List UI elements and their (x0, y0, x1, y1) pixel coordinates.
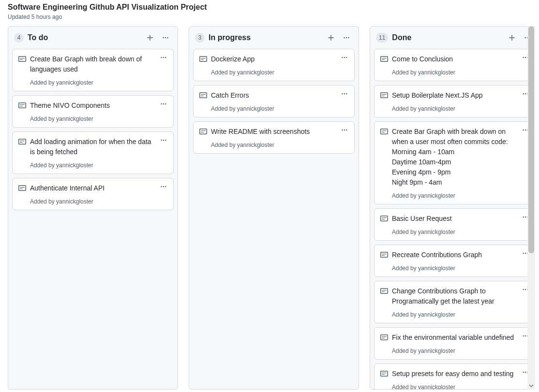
add-card-button[interactable] (506, 31, 518, 44)
column-cards: Create Bar Graph with break down of lang… (8, 49, 178, 214)
project-title: Software Engineering Github API Visualiz… (8, 3, 531, 12)
card-added-by: Added by yannickgloster (199, 105, 348, 112)
column-name: Done (392, 33, 502, 42)
column-cards: Dockerize AppAdded by yannickglosterCatc… (189, 49, 359, 158)
kebab-icon (160, 137, 167, 144)
svg-point-12 (161, 186, 162, 187)
note-icon (18, 55, 26, 63)
note-icon (18, 184, 26, 192)
note-icon (18, 102, 26, 109)
note-icon (380, 128, 388, 135)
card-added-by: Added by yannickgloster (380, 105, 529, 112)
card[interactable]: Basic User RequestAdded by yannickgloste… (374, 208, 535, 241)
column-cards: Come to ConclusionAdded by yannickgloste… (370, 49, 535, 389)
card[interactable]: Create Bar Graph with break down on when… (374, 121, 535, 204)
svg-point-52 (525, 372, 526, 373)
svg-point-22 (344, 93, 345, 94)
card[interactable]: Setup Boilerplate Next.JS AppAdded by ya… (374, 85, 535, 117)
svg-point-17 (348, 37, 349, 38)
card[interactable]: Recreate Contributions GraphAdded by yan… (374, 245, 535, 277)
card[interactable]: Fix the environmental variable undefined… (374, 327, 535, 360)
note-icon (380, 91, 388, 99)
board-column: 4To doCreate Bar Graph with break down o… (8, 26, 178, 390)
svg-point-18 (342, 57, 343, 58)
card[interactable]: Authenticate Internal APIAdded by yannic… (12, 178, 174, 210)
card-menu-button[interactable] (158, 99, 169, 109)
note-icon (380, 334, 388, 341)
card-author: yannickgloster (56, 198, 93, 205)
card-title: Setup presets for easy demo and testing (392, 369, 529, 379)
column-menu-button[interactable] (159, 31, 172, 44)
note-icon (199, 55, 207, 63)
column-header: 4To do (8, 27, 178, 49)
svg-point-11 (165, 140, 166, 141)
card[interactable]: Add loading animation for when the data … (12, 131, 174, 174)
note-icon (380, 334, 388, 341)
note-icon (199, 55, 207, 63)
note-icon (380, 91, 388, 99)
svg-point-26 (346, 130, 347, 131)
kebab-icon (160, 183, 167, 190)
card-author: yannickgloster (237, 69, 274, 76)
svg-point-34 (525, 93, 526, 94)
note-icon (18, 102, 26, 109)
card[interactable]: Theme NIVO ComponentsAdded by yannickglo… (12, 95, 174, 128)
card-author: yannickgloster (237, 142, 274, 148)
note-icon (380, 287, 388, 295)
add-card-button[interactable] (325, 31, 337, 44)
card-title: Setup Boilerplate Next.JS App (392, 90, 529, 101)
column-name: In progress (209, 33, 321, 42)
card-title: Fix the environmental variable undefined (392, 333, 529, 343)
card-menu-button[interactable] (158, 52, 169, 63)
svg-point-40 (525, 217, 526, 218)
card-author: yannickgloster (56, 79, 93, 86)
board-column: 11DoneCome to ConclusionAdded by yannick… (370, 26, 535, 390)
card-menu-button[interactable] (339, 88, 350, 99)
card[interactable]: Write README with screenshotsAdded by ya… (193, 121, 355, 154)
note-icon (199, 91, 207, 99)
column-menu-button[interactable] (340, 31, 353, 44)
card-title: Add loading animation for when the data … (30, 137, 167, 157)
card-author: yannickgloster (418, 265, 455, 272)
card-menu-button[interactable] (158, 181, 169, 192)
note-icon (380, 128, 388, 135)
card-author: yannickgloster (418, 311, 455, 318)
kebab-icon (160, 54, 167, 61)
card-added-by: Added by yannickgloster (18, 162, 167, 169)
svg-point-45 (523, 289, 524, 290)
svg-point-5 (165, 57, 166, 58)
vertical-scrollbar[interactable] (527, 26, 535, 390)
card[interactable]: Come to ConclusionAdded by yannickgloste… (374, 49, 535, 81)
card[interactable]: Dockerize AppAdded by yannickgloster (193, 49, 355, 81)
card-menu-button[interactable] (339, 125, 350, 135)
svg-point-10 (163, 140, 164, 141)
card-menu-button[interactable] (339, 52, 350, 63)
svg-point-1 (165, 37, 166, 38)
card-author: yannickgloster (237, 105, 274, 112)
svg-point-42 (523, 253, 524, 254)
svg-point-43 (525, 253, 526, 254)
scroll-down-arrow[interactable] (527, 382, 535, 390)
plus-icon (146, 34, 154, 42)
note-icon (380, 370, 388, 377)
card-author: yannickgloster (418, 69, 455, 76)
svg-point-3 (161, 57, 162, 58)
svg-point-4 (163, 57, 164, 58)
note-icon (18, 55, 26, 63)
scrollbar-thumb[interactable] (528, 26, 534, 253)
card[interactable]: Create Bar Graph with break down of lang… (12, 49, 174, 91)
card-menu-button[interactable] (158, 135, 169, 145)
kebab-icon (162, 34, 169, 41)
note-icon (380, 287, 388, 295)
card[interactable]: Catch ErrorsAdded by yannickgloster (193, 85, 355, 117)
svg-point-39 (523, 217, 524, 218)
add-card-button[interactable] (144, 31, 156, 44)
kebab-icon (160, 101, 167, 107)
card-title: Theme NIVO Components (30, 101, 167, 111)
column-count: 11 (376, 33, 388, 43)
card[interactable]: Setup presets for easy demo and testingA… (374, 363, 535, 389)
note-icon (18, 138, 26, 145)
svg-point-33 (523, 93, 524, 94)
card[interactable]: Change Contributions Graph to Programati… (374, 281, 535, 323)
note-icon (380, 215, 388, 222)
